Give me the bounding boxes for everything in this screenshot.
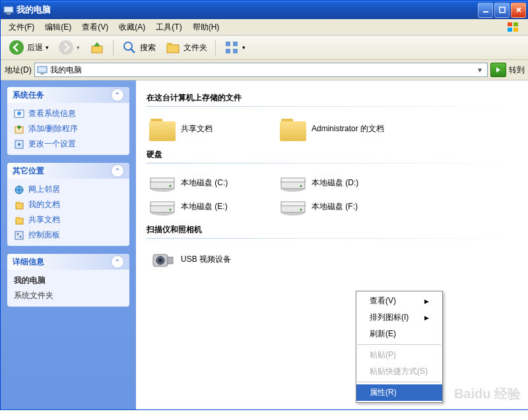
menu-separator: [358, 382, 441, 382]
svg-point-44: [170, 209, 172, 211]
svg-rect-6: [508, 28, 512, 32]
link-control-panel[interactable]: 控制面板: [14, 229, 123, 241]
svg-rect-43: [150, 202, 174, 206]
back-dropdown-icon: ▾: [46, 44, 49, 51]
menu-help[interactable]: 帮助(H): [187, 20, 225, 35]
svg-rect-14: [226, 42, 230, 46]
search-button[interactable]: 搜索: [117, 38, 160, 57]
drive-icon: [149, 174, 176, 193]
svg-rect-7: [513, 28, 518, 32]
submenu-arrow-icon: ▶: [424, 315, 429, 321]
svg-point-31: [17, 233, 19, 235]
panel-header[interactable]: 其它位置 ⌃: [7, 163, 129, 179]
explorer-body: 系统任务 ⌃ 查看系统信息 添加/删除程序 更改一个设置 其它位置 ⌃ 网上邻居…: [1, 80, 528, 409]
svg-rect-28: [16, 218, 23, 224]
link-change-setting[interactable]: 更改一个设置: [14, 138, 123, 150]
tile-admin-docs[interactable]: Administrator 的文档: [277, 115, 401, 144]
svg-rect-0: [4, 7, 13, 13]
tile-usb-video[interactable]: USB 视频设备: [147, 247, 271, 273]
address-value: 我的电脑: [50, 65, 82, 76]
svg-point-8: [9, 40, 24, 55]
views-dropdown-icon: ▾: [242, 44, 246, 51]
content-pane[interactable]: 在这台计算机上存储的文件 共享文档 Administrator 的文档 硬盘 本…: [136, 80, 528, 409]
svg-rect-52: [168, 257, 173, 264]
panel-system-tasks: 系统任务 ⌃ 查看系统信息 添加/删除程序 更改一个设置: [7, 87, 129, 155]
context-refresh[interactable]: 刷新(E): [356, 326, 442, 342]
menubar: 文件(F) 编辑(E) 查看(V) 收藏(A) 工具(T) 帮助(H): [1, 19, 528, 36]
menu-view[interactable]: 查看(V): [77, 20, 114, 35]
back-button[interactable]: 后退 ▾: [5, 38, 53, 57]
back-label: 后退: [27, 42, 43, 53]
views-button[interactable]: ▾: [220, 38, 249, 57]
link-my-documents[interactable]: 我的文档: [14, 199, 123, 210]
svg-point-36: [170, 185, 172, 187]
close-button[interactable]: [511, 3, 526, 18]
svg-rect-13: [167, 43, 172, 45]
windows-logo-icon: [500, 20, 526, 34]
panel-title: 系统任务: [13, 90, 44, 101]
menu-favorites[interactable]: 收藏(A): [114, 20, 150, 35]
link-add-remove[interactable]: 添加/删除程序: [14, 123, 123, 135]
folder-icon: [149, 117, 176, 141]
watermark: Baidu 经验: [454, 385, 521, 403]
svg-rect-10: [92, 46, 102, 53]
panel-details: 详细信息 ⌃ 我的电脑 系统文件夹: [7, 254, 129, 307]
panel-header[interactable]: 系统任务 ⌃: [7, 87, 129, 103]
address-dropdown-icon[interactable]: ▾: [475, 65, 485, 75]
svg-rect-29: [16, 217, 20, 219]
submenu-arrow-icon: ▶: [424, 298, 429, 305]
window-title: 我的电脑: [16, 4, 478, 16]
svg-point-9: [59, 40, 73, 55]
tile-drive-c[interactable]: 本地磁盘 (C:): [147, 171, 271, 195]
svg-rect-27: [16, 202, 20, 204]
svg-rect-19: [40, 73, 44, 75]
svg-rect-30: [15, 231, 23, 239]
link-system-info[interactable]: 查看系统信息: [14, 108, 123, 119]
section-header-scanners: 扫描仪和照相机: [147, 224, 518, 235]
details-type: 系统文件夹: [14, 290, 123, 301]
address-field[interactable]: 我的电脑 ▾: [34, 63, 488, 77]
svg-rect-16: [226, 49, 230, 53]
svg-rect-1: [7, 13, 11, 15]
context-paste-shortcut: 粘贴快捷方式(S): [356, 363, 442, 380]
camera-icon: [149, 249, 176, 270]
up-button[interactable]: [85, 38, 109, 57]
go-label: 转到: [509, 65, 525, 76]
svg-rect-39: [281, 178, 305, 182]
minimize-button[interactable]: [478, 3, 493, 18]
address-bar: 地址(D) 我的电脑 ▾ 转到: [1, 60, 528, 80]
tile-shared-docs[interactable]: 共享文档: [147, 115, 271, 144]
go-button[interactable]: [490, 63, 506, 77]
my-computer-icon: [3, 5, 14, 15]
svg-point-40: [300, 185, 302, 187]
maximize-button[interactable]: [494, 3, 510, 18]
sidebar: 系统任务 ⌃ 查看系统信息 添加/删除程序 更改一个设置 其它位置 ⌃ 网上邻居…: [1, 80, 136, 409]
tile-drive-e[interactable]: 本地磁盘 (E:): [147, 195, 271, 219]
context-properties[interactable]: 属性(R): [356, 384, 442, 401]
context-paste: 粘贴(P): [356, 347, 442, 363]
collapse-icon: ⌃: [111, 164, 124, 177]
folders-button[interactable]: 文件夹: [161, 38, 211, 57]
forward-dropdown-icon: ▾: [77, 44, 80, 51]
drive-icon: [280, 198, 306, 216]
context-arrange[interactable]: 排列图标(I)▶: [356, 309, 442, 326]
menu-tools[interactable]: 工具(T): [150, 20, 187, 35]
menu-edit[interactable]: 编辑(E): [40, 20, 77, 35]
panel-other-places: 其它位置 ⌃ 网上邻居 我的文档 共享文档 控制面板: [7, 163, 129, 246]
section-header-files: 在这台计算机上存储的文件: [147, 92, 518, 104]
menu-file[interactable]: 文件(F): [3, 20, 40, 35]
forward-button: ▾: [54, 38, 84, 57]
link-shared-docs[interactable]: 共享文档: [14, 214, 123, 225]
svg-point-32: [20, 235, 22, 237]
panel-header[interactable]: 详细信息 ⌃: [7, 254, 129, 270]
tile-drive-f[interactable]: 本地磁盘 (F:): [277, 195, 401, 219]
link-network-places[interactable]: 网上邻居: [14, 184, 123, 195]
svg-point-51: [158, 258, 162, 262]
context-view[interactable]: 查看(V)▶: [356, 293, 442, 309]
collapse-icon: ⌃: [111, 88, 124, 102]
menu-separator: [358, 344, 441, 345]
tile-drive-d[interactable]: 本地磁盘 (D:): [277, 171, 401, 195]
svg-rect-17: [233, 49, 238, 53]
svg-rect-4: [508, 22, 512, 26]
svg-rect-12: [167, 45, 179, 53]
